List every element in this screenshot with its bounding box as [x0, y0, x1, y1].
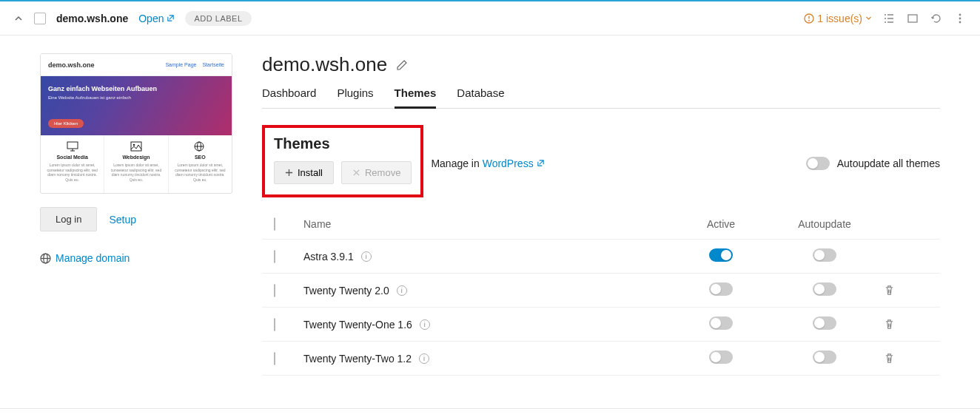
image-icon	[130, 141, 142, 152]
row-checkbox[interactable]	[274, 284, 275, 297]
preview-hero-btn: Hier Klicken	[48, 119, 84, 128]
section-title: Themes	[274, 135, 412, 152]
preview-hero-title: Ganz einfach Webseiten Aufbauen	[48, 85, 224, 92]
autoupdate-toggle[interactable]	[813, 350, 836, 364]
table-row: Twenty Twenty 2.0i	[262, 274, 940, 308]
themes-table: Name Active Autoupdate Astra 3.9.1iTwent…	[262, 209, 940, 376]
preview-card: Webdesign Lorem ipsum dolor sit amet, co…	[104, 135, 168, 194]
plus-icon	[285, 169, 293, 177]
preview-card-text: Lorem ipsum dolor sit amet, consetetur s…	[173, 163, 227, 182]
manage-in: Manage in WordPress	[431, 158, 544, 169]
install-button[interactable]: Install	[274, 161, 334, 184]
preview-card-title: SEO	[173, 155, 227, 160]
trash-icon[interactable]	[884, 285, 928, 296]
site-preview[interactable]: demo.wsh.one Sample Page Startseite Ganz…	[40, 53, 232, 194]
list-view-icon[interactable]	[882, 12, 896, 25]
preview-hero-sub: Eine Website Aufzubauen ist ganz einfach	[48, 95, 224, 100]
select-site-checkbox[interactable]	[34, 13, 46, 24]
svg-point-4	[959, 13, 961, 16]
add-label-button[interactable]: ADD LABEL	[185, 11, 251, 26]
tab-themes[interactable]: Themes	[395, 87, 437, 109]
remove-button[interactable]: Remove	[341, 161, 412, 184]
wordpress-link[interactable]: WordPress	[483, 158, 545, 169]
topbar-right: 1 issue(s)	[804, 12, 967, 25]
remove-label: Remove	[365, 167, 400, 178]
edit-icon[interactable]	[396, 59, 408, 71]
kebab-menu-icon[interactable]	[953, 12, 967, 25]
preview-domain: demo.wsh.one	[48, 61, 95, 69]
chevron-up-icon[interactable]	[13, 13, 24, 24]
svg-point-6	[959, 21, 961, 23]
row-checkbox[interactable]	[274, 352, 275, 365]
themes-action-row: Themes Install Remove Manage in WordPres…	[262, 125, 940, 202]
info-icon[interactable]: i	[361, 251, 372, 262]
row-checkbox[interactable]	[274, 250, 275, 263]
preview-card: Social Media Lorem ipsum dolor sit amet,…	[41, 135, 104, 194]
preview-hero: Ganz einfach Webseiten Aufbauen Eine Web…	[41, 76, 232, 135]
refresh-icon[interactable]	[930, 12, 943, 25]
tab-plugins[interactable]: Plugins	[337, 87, 373, 108]
autoupdate-all-label: Autoupdate all themes	[837, 158, 940, 169]
card-view-icon[interactable]	[906, 12, 919, 25]
info-icon[interactable]: i	[420, 319, 430, 330]
issues-text: 1 issue(s)	[817, 13, 862, 24]
theme-name[interactable]: Twenty Twenty 2.0	[303, 285, 389, 297]
topbar: demo.wsh.one Open ADD LABEL 1 issue(s)	[0, 0, 980, 35]
preview-card: SEO Lorem ipsum dolor sit amet, consetet…	[169, 135, 232, 194]
install-label: Install	[298, 167, 323, 178]
chevron-down-icon	[865, 15, 872, 21]
active-toggle[interactable]	[709, 316, 733, 330]
preview-card-text: Lorem ipsum dolor sit amet, consetetur s…	[45, 163, 99, 182]
theme-name[interactable]: Astra 3.9.1	[303, 251, 354, 262]
external-link-icon	[537, 159, 545, 167]
sidebar: demo.wsh.one Sample Page Startseite Ganz…	[40, 53, 232, 376]
preview-nav-link: Startseite	[202, 62, 224, 67]
theme-name[interactable]: Twenty Twenty-Two 1.2	[303, 353, 412, 365]
autoupdate-all-toggle[interactable]	[806, 157, 830, 170]
preview-card-title: Social Media	[45, 155, 99, 160]
row-checkbox[interactable]	[274, 318, 275, 331]
content: demo.wsh.one Dashboard Plugins Themes Da…	[262, 53, 940, 376]
trash-icon[interactable]	[884, 319, 928, 330]
info-icon[interactable]: i	[419, 353, 429, 364]
autoupdate-toggle[interactable]	[813, 316, 836, 330]
trash-icon[interactable]	[884, 353, 928, 364]
active-toggle[interactable]	[709, 248, 733, 262]
login-button[interactable]: Log in	[40, 207, 97, 231]
active-toggle[interactable]	[709, 350, 733, 364]
col-name-header[interactable]: Name	[303, 218, 677, 230]
issues-link[interactable]: 1 issue(s)	[804, 13, 872, 24]
setup-link[interactable]: Setup	[109, 214, 136, 226]
footer: Updates Autoupdate settings Smart Update…	[0, 408, 980, 420]
table-row: Twenty Twenty-One 1.6i	[262, 308, 940, 342]
tab-dashboard[interactable]: Dashboard	[262, 87, 316, 108]
topbar-left: demo.wsh.one Open ADD LABEL	[13, 11, 804, 26]
table-row: Astra 3.9.1i	[262, 240, 940, 274]
info-icon[interactable]: i	[397, 285, 407, 296]
tab-database[interactable]: Database	[457, 87, 504, 108]
close-icon	[352, 169, 360, 177]
preview-header: demo.wsh.one Sample Page Startseite	[41, 54, 232, 76]
autoupdate-all: Autoupdate all themes	[806, 157, 940, 170]
autoupdate-toggle[interactable]	[813, 248, 836, 262]
theme-name[interactable]: Twenty Twenty-One 1.6	[303, 319, 412, 331]
col-active-header: Active	[677, 218, 765, 230]
col-autoupdate-header: Autoupdate	[765, 218, 884, 230]
table-row: Twenty Twenty-Two 1.2i	[262, 342, 940, 376]
svg-rect-3	[908, 15, 917, 22]
action-buttons: Install Remove	[274, 161, 412, 184]
preview-cards: Social Media Lorem ipsum dolor sit amet,…	[41, 135, 232, 194]
monitor-icon	[67, 141, 78, 152]
autoupdate-toggle[interactable]	[813, 282, 836, 296]
sidebar-actions: Log in Setup	[40, 207, 232, 231]
open-label-text: Open	[138, 13, 164, 24]
wp-link-text: WordPress	[483, 158, 534, 169]
active-toggle[interactable]	[709, 282, 733, 296]
preview-card-text: Lorem ipsum dolor sit amet, consetetur s…	[109, 163, 163, 182]
page-title-row: demo.wsh.one	[262, 53, 940, 76]
open-site-link[interactable]: Open	[138, 13, 175, 24]
svg-point-2	[808, 20, 810, 21]
select-all-checkbox[interactable]	[274, 217, 275, 231]
globe-icon	[40, 253, 51, 264]
manage-domain-link[interactable]: Manage domain	[40, 252, 232, 264]
